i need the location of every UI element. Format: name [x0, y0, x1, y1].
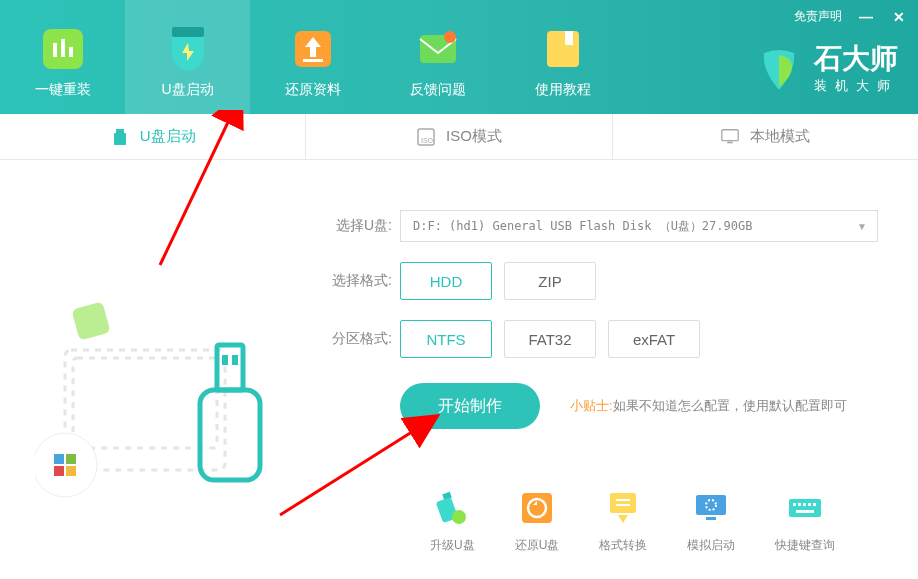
- svg-rect-1: [53, 43, 57, 57]
- subtab-label: U盘启动: [140, 127, 196, 146]
- svg-rect-41: [793, 503, 796, 506]
- nav-label: 还原资料: [285, 81, 341, 99]
- nav-label: 反馈问题: [410, 81, 466, 99]
- envelope-icon: [414, 25, 462, 73]
- app-logo: 石大师 装机大师: [754, 45, 898, 95]
- svg-rect-21: [54, 454, 64, 464]
- svg-rect-17: [71, 301, 110, 340]
- format-hdd-button[interactable]: HDD: [400, 262, 492, 300]
- partition-fat32-button[interactable]: FAT32: [504, 320, 596, 358]
- svg-rect-15: [722, 129, 738, 140]
- svg-rect-35: [616, 499, 630, 501]
- svg-rect-16: [728, 141, 733, 143]
- svg-rect-6: [303, 59, 323, 62]
- partition-label: 分区格式:: [320, 330, 392, 348]
- tool-simulate[interactable]: 模拟启动: [687, 489, 735, 554]
- svg-rect-28: [232, 355, 238, 365]
- svg-rect-12: [114, 133, 126, 145]
- keyboard-icon: [786, 489, 824, 527]
- tool-hotkey[interactable]: 快捷键查询: [775, 489, 835, 554]
- usb-illustration: [35, 240, 275, 500]
- tool-upgrade[interactable]: 升级U盘: [430, 489, 475, 554]
- usb-upgrade-icon: [433, 489, 471, 527]
- svg-rect-43: [803, 503, 806, 506]
- chevron-down-icon: ▼: [857, 221, 867, 232]
- book-icon: [539, 25, 587, 73]
- svg-rect-19: [73, 358, 217, 448]
- logo-icon: [754, 45, 804, 95]
- subtab-local-mode[interactable]: 本地模式: [613, 114, 918, 159]
- logo-subtitle: 装机大师: [814, 77, 898, 95]
- nav-label: 一键重装: [35, 81, 91, 99]
- nav-reinstall[interactable]: 一键重装: [0, 0, 125, 114]
- logo-title: 石大师: [814, 45, 898, 73]
- format-label: 选择格式:: [320, 272, 392, 290]
- svg-rect-11: [116, 129, 124, 133]
- disc-icon: ISO: [416, 127, 436, 147]
- svg-rect-45: [813, 503, 816, 506]
- svg-rect-25: [200, 390, 260, 480]
- disclaimer-link[interactable]: 免责声明: [794, 8, 842, 25]
- tool-label: 升级U盘: [430, 537, 475, 554]
- svg-rect-27: [222, 355, 228, 365]
- subtab-label: ISO模式: [446, 127, 502, 146]
- restore-icon: [518, 489, 556, 527]
- tip-text: 小贴士:如果不知道怎么配置，使用默认配置即可: [570, 397, 847, 415]
- select-value: D:F: (hd1) General USB Flash Disk （U盘）27…: [413, 218, 752, 235]
- svg-rect-40: [789, 499, 821, 517]
- partition-exfat-button[interactable]: exFAT: [608, 320, 700, 358]
- svg-rect-4: [172, 27, 204, 37]
- svg-rect-44: [808, 503, 811, 506]
- select-usb-label: 选择U盘:: [320, 217, 392, 235]
- svg-text:ISO: ISO: [421, 137, 434, 144]
- usb-select[interactable]: D:F: (hd1) General USB Flash Disk （U盘）27…: [400, 210, 878, 242]
- nav-tutorial[interactable]: 使用教程: [500, 0, 625, 114]
- svg-point-20: [35, 433, 97, 497]
- svg-rect-36: [616, 504, 630, 506]
- tool-label: 模拟启动: [687, 537, 735, 554]
- subtab-usb-boot[interactable]: U盘启动: [0, 114, 306, 159]
- shield-icon: [164, 25, 212, 73]
- svg-rect-22: [66, 454, 76, 464]
- tool-label: 格式转换: [599, 537, 647, 554]
- nav-feedback[interactable]: 反馈问题: [375, 0, 500, 114]
- tool-convert[interactable]: 格式转换: [599, 489, 647, 554]
- nav-label: U盘启动: [161, 81, 213, 99]
- tool-label: 快捷键查询: [775, 537, 835, 554]
- svg-rect-26: [217, 345, 243, 390]
- simulate-icon: [692, 489, 730, 527]
- svg-rect-10: [565, 31, 573, 45]
- svg-rect-9: [547, 31, 579, 67]
- minimize-button[interactable]: —: [857, 9, 875, 25]
- tool-label: 还原U盘: [515, 537, 560, 554]
- svg-rect-32: [522, 493, 552, 523]
- svg-point-8: [444, 31, 456, 43]
- svg-rect-23: [54, 466, 64, 476]
- chart-icon: [39, 25, 87, 73]
- tool-restore[interactable]: 还原U盘: [515, 489, 560, 554]
- subtab-iso-mode[interactable]: ISO ISO模式: [306, 114, 612, 159]
- svg-rect-24: [66, 466, 76, 476]
- close-button[interactable]: ✕: [890, 9, 908, 25]
- svg-rect-2: [61, 39, 65, 57]
- nav-label: 使用教程: [535, 81, 591, 99]
- format-zip-button[interactable]: ZIP: [504, 262, 596, 300]
- svg-rect-34: [610, 493, 636, 513]
- start-button[interactable]: 开始制作: [400, 383, 540, 429]
- svg-rect-42: [798, 503, 801, 506]
- nav-usb-boot[interactable]: U盘启动: [125, 0, 250, 114]
- convert-icon: [604, 489, 642, 527]
- tip-label: 小贴士:: [570, 398, 613, 413]
- monitor-icon: [720, 127, 740, 147]
- subtab-label: 本地模式: [750, 127, 810, 146]
- nav-restore[interactable]: 还原资料: [250, 0, 375, 114]
- svg-rect-39: [706, 517, 716, 520]
- svg-rect-46: [796, 510, 814, 513]
- partition-ntfs-button[interactable]: NTFS: [400, 320, 492, 358]
- svg-rect-37: [696, 495, 726, 515]
- tip-content: 如果不知道怎么配置，使用默认配置即可: [613, 398, 847, 413]
- svg-point-31: [452, 510, 466, 524]
- usb-icon: [110, 127, 130, 147]
- svg-rect-3: [69, 47, 73, 57]
- upload-icon: [289, 25, 337, 73]
